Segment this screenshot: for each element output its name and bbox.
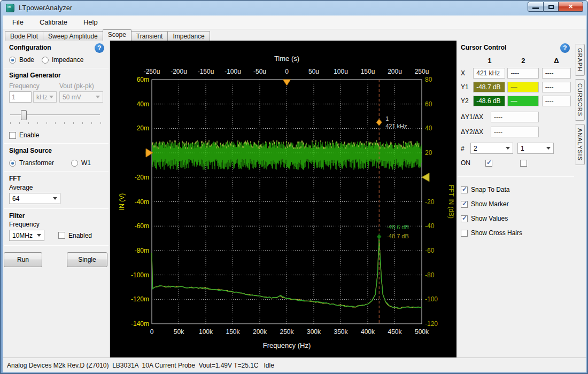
frequency-label: Frequency	[9, 82, 57, 90]
y1-value-callout: -48.7 dB	[386, 233, 409, 239]
chevron-down-icon	[96, 96, 100, 98]
svg-text:500k: 500k	[415, 328, 429, 336]
svg-text:40: 40	[425, 124, 432, 132]
slider-thumb[interactable]	[21, 110, 27, 120]
svg-text:20m: 20m	[137, 124, 149, 132]
svg-text:-100u: -100u	[225, 68, 241, 75]
svg-text:250k: 250k	[280, 328, 294, 336]
peak-marker[interactable]	[377, 234, 381, 239]
vout-label: Vout (pk-pk)	[59, 82, 103, 90]
scope-chart[interactable]: -250u-200u-150u-100u-50u050u100u150u200u…	[110, 41, 457, 357]
vout-value: 50 mV	[63, 94, 81, 101]
menu-help[interactable]: Help	[77, 16, 104, 28]
average-label: Average	[9, 184, 103, 191]
cursor1-count-select[interactable]: 2	[470, 143, 513, 154]
status-bar: Analog Devices M2k Rev.D (Z7010) LB3031A…	[3, 357, 586, 372]
tab-impedance[interactable]: Impedance	[167, 31, 210, 41]
svg-text:100u: 100u	[334, 68, 348, 75]
chevron-down-icon	[49, 96, 53, 98]
y2-row-label: Y2	[461, 97, 473, 105]
frequency-input[interactable]	[9, 91, 32, 103]
cursor-marker[interactable]	[376, 119, 382, 126]
help-icon[interactable]: ?	[560, 43, 570, 53]
close-icon: ✕	[568, 3, 573, 10]
y2-cursor2-field: —	[507, 96, 538, 106]
side-tab-cursors[interactable]: CURSORS	[575, 79, 585, 121]
svg-text:0: 0	[285, 68, 289, 75]
show-values-checkbox[interactable]	[461, 215, 468, 222]
filter-header: Filter	[9, 212, 103, 220]
enable-checkbox[interactable]	[9, 132, 16, 139]
y1-cursor1-field: -48.7 dB	[473, 82, 505, 92]
chevron-down-icon	[53, 197, 57, 200]
configuration-header: Configuration	[9, 44, 103, 51]
close-button[interactable]: ✕	[559, 2, 583, 12]
impedance-radio[interactable]	[42, 57, 49, 64]
svg-text:300k: 300k	[307, 328, 321, 336]
right-axis-title: FFT IN (dB)	[447, 185, 455, 219]
cursor2-on-checkbox[interactable]	[520, 160, 527, 167]
maximize-button[interactable]	[544, 2, 559, 12]
svg-text:150k: 150k	[226, 328, 240, 336]
single-button[interactable]: Single	[67, 252, 107, 267]
frequency-unit-select[interactable]: kHz	[33, 91, 57, 103]
cursor2-count-value: 1	[521, 145, 524, 152]
app-window: LTpowerAnalyzer ✕ File Calibrate Help Bo…	[0, 0, 588, 374]
average-select[interactable]: 64	[9, 193, 60, 204]
svg-text:200k: 200k	[253, 328, 267, 336]
svg-text:350k: 350k	[334, 328, 348, 336]
cursor2-count-select[interactable]: 1	[517, 143, 554, 154]
snap-to-data-checkbox[interactable]	[461, 186, 468, 193]
x-row-label: X	[461, 69, 473, 77]
svg-text:-100: -100	[425, 295, 438, 303]
transformer-radio[interactable]	[9, 160, 16, 167]
svg-text:450k: 450k	[388, 328, 402, 336]
tab-sweep-amplitude[interactable]: Sweep Amplitude	[43, 31, 103, 41]
svg-text:150u: 150u	[361, 68, 375, 75]
cursor1-on-checkbox[interactable]	[485, 160, 492, 167]
minimize-button[interactable]	[528, 2, 544, 12]
cursor1-count-value: 2	[474, 145, 477, 152]
chevron-down-icon	[506, 147, 510, 150]
x-cursor2-field[interactable]: ----	[507, 68, 538, 79]
svg-text:-120m: -120m	[131, 295, 149, 303]
side-tab-strip: GRAPH CURSORS ANALYSIS	[575, 41, 586, 357]
frequency-slider[interactable]	[9, 110, 103, 120]
menu-calibrate[interactable]: Calibrate	[33, 16, 74, 28]
bode-radio-label: Bode	[19, 56, 34, 64]
tab-bode-plot[interactable]: Bode Plot	[5, 31, 43, 41]
side-tab-analysis[interactable]: ANALYSIS	[575, 124, 585, 165]
x-cursor1-field[interactable]: 421 kHz	[473, 68, 505, 79]
tab-scope[interactable]: Scope	[103, 29, 131, 41]
show-cross-hairs-checkbox[interactable]	[461, 230, 468, 237]
run-button[interactable]: Run	[4, 252, 42, 267]
tab-transient[interactable]: Transient	[131, 31, 168, 41]
cursor2-column-header: 2	[508, 57, 539, 65]
side-tab-graph[interactable]: GRAPH	[575, 44, 585, 76]
dy2-dx-field: ----	[491, 127, 539, 137]
svg-text:60: 60	[425, 100, 432, 108]
show-marker-checkbox[interactable]	[461, 201, 468, 208]
filter-frequency-select[interactable]: 10MHz	[9, 230, 44, 241]
filter-frequency-value: 10MHz	[12, 232, 33, 239]
svg-text:60m: 60m	[137, 76, 149, 83]
bode-radio[interactable]	[9, 57, 16, 64]
help-icon[interactable]: ?	[95, 43, 104, 53]
filter-enabled-checkbox[interactable]	[58, 232, 65, 239]
cursor-control-header: Cursor Control	[461, 44, 571, 51]
delta-column-header: Δ	[542, 57, 571, 65]
menu-file[interactable]: File	[6, 16, 30, 28]
title-bar[interactable]: LTpowerAnalyzer ✕	[1, 1, 588, 15]
svg-text:-150u: -150u	[198, 68, 214, 75]
svg-text:250u: 250u	[415, 68, 429, 75]
svg-text:40m: 40m	[137, 100, 149, 108]
x-delta-field: ----	[542, 68, 571, 79]
chevron-down-icon	[37, 234, 41, 237]
frequency-unit-value: kHz	[36, 94, 48, 101]
cursor-x-value-label: 421 kHz	[385, 123, 407, 129]
time-zero-marker[interactable]	[283, 80, 291, 85]
vout-select[interactable]: 50 mV	[59, 91, 103, 103]
w1-radio[interactable]	[71, 160, 78, 167]
w1-radio-label: W1	[81, 159, 91, 167]
svg-text:-40: -40	[425, 222, 435, 230]
